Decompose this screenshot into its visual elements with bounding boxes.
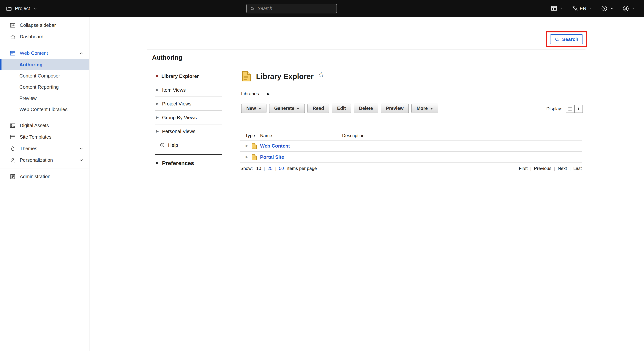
project-menu[interactable]: Project: [0, 0, 44, 17]
sidebar-divider: [0, 117, 89, 117]
new-button[interactable]: New: [241, 104, 266, 113]
library-link[interactable]: Web Content: [260, 143, 290, 149]
portal-switcher-menu[interactable]: [547, 0, 568, 17]
subnav-item-library-explorer[interactable]: Library Explorer: [156, 69, 222, 83]
library-link[interactable]: Portal Site: [260, 154, 284, 160]
chevron-down-icon: [631, 6, 636, 11]
last-page-button[interactable]: Last: [574, 166, 582, 171]
personalization-icon: [10, 157, 16, 163]
sidebar-item-site-templates[interactable]: Site Templates: [0, 131, 89, 143]
sidebar-item-label: Digital Assets: [20, 122, 49, 128]
subnav-item-group-by-views[interactable]: ▶ Group By Views: [156, 111, 222, 124]
next-page-button[interactable]: Next: [558, 166, 567, 171]
topbar: Project E: [0, 0, 644, 17]
subnav-item-item-views[interactable]: ▶ Item Views: [156, 83, 222, 97]
delete-button[interactable]: Delete: [354, 104, 378, 113]
sidebar-subitem-label: Content Composer: [20, 73, 60, 78]
search-button[interactable]: Search: [550, 34, 583, 44]
favorite-star-icon[interactable]: ☆: [318, 70, 324, 79]
sidebar-item-dashboard[interactable]: Dashboard: [0, 31, 89, 42]
first-page-button[interactable]: First: [519, 166, 528, 171]
sidebar-item-label: Themes: [20, 146, 37, 151]
pagination: Show: 10 | 25 | 50 items per page First …: [240, 163, 582, 174]
caret-down-icon: [297, 108, 300, 109]
page-title: Authoring: [152, 54, 182, 62]
expand-triangle-icon: ▶: [156, 88, 159, 92]
sidebar-item-web-content[interactable]: Web Content: [0, 47, 89, 59]
search-button-label: Search: [562, 36, 578, 42]
collapse-sidebar-icon: [10, 22, 16, 28]
subnav-item-label: Project Views: [162, 101, 191, 106]
sidebar-item-label: Personalization: [20, 157, 53, 163]
subnav-item-personal-views[interactable]: ▶ Personal Views: [156, 124, 222, 138]
language-code: EN: [580, 6, 586, 11]
collapse-sidebar-label: Collapse sidebar: [20, 22, 56, 28]
page-size-50[interactable]: 50: [279, 166, 284, 171]
add-view-button[interactable]: +: [574, 105, 582, 112]
chevron-down-icon: [609, 6, 614, 11]
sidebar-item-label: Site Templates: [20, 134, 52, 140]
subnav-item-label: Personal Views: [162, 128, 196, 134]
preferences-label: Preferences: [162, 160, 194, 166]
sidebar-item-administration[interactable]: Administration: [0, 171, 89, 182]
separator: |: [261, 166, 268, 171]
page-size-selector: Show: 10 | 25 | 50 items per page: [240, 166, 317, 171]
display-controls: Display: +: [546, 105, 583, 113]
expand-row-icon[interactable]: ▶: [246, 156, 248, 159]
application-window: Project E: [0, 0, 644, 351]
separator: |: [552, 166, 558, 171]
subnav-item-help[interactable]: Help: [156, 138, 222, 152]
language-menu[interactable]: EN: [568, 0, 597, 17]
sidebar-item-personalization[interactable]: Personalization: [0, 154, 89, 166]
topbar-actions: EN: [547, 0, 644, 17]
page-size-10[interactable]: 10: [256, 166, 261, 171]
site-templates-icon: [10, 134, 16, 140]
sidebar-item-themes[interactable]: Themes: [0, 143, 89, 154]
sidebar-item-digital-assets[interactable]: Digital Assets: [0, 120, 89, 131]
administration-icon: [10, 174, 16, 180]
edit-button[interactable]: Edit: [332, 104, 351, 113]
sidebar-item-content-reporting[interactable]: Content Reporting: [0, 81, 89, 92]
header-divider: [147, 50, 586, 50]
sidebar-item-authoring[interactable]: Authoring: [0, 59, 89, 70]
subnav-item-label: Item Views: [162, 87, 186, 92]
more-button-label: More: [417, 106, 428, 111]
library-explorer-icon: [241, 71, 252, 82]
subnav-item-project-views[interactable]: ▶ Project Views: [156, 97, 222, 111]
translate-icon: [572, 6, 578, 11]
sidebar-item-preview[interactable]: Preview: [0, 92, 89, 104]
collapse-sidebar-button[interactable]: Collapse sidebar: [0, 20, 89, 31]
previous-page-button[interactable]: Previous: [534, 166, 551, 171]
column-header-name: Name: [260, 133, 272, 138]
table-row: ▶ Web Content: [240, 140, 582, 152]
home-icon: [10, 34, 16, 40]
preview-button[interactable]: Preview: [381, 104, 409, 113]
global-search[interactable]: [246, 4, 337, 14]
expand-triangle-icon: ▶: [156, 102, 159, 105]
sidebar-item-web-content-libraries[interactable]: Web Content Libraries: [0, 104, 89, 115]
sidebar-divider: [0, 45, 89, 45]
list-view-button[interactable]: [566, 105, 574, 112]
breadcrumb-libraries[interactable]: Libraries: [241, 91, 259, 96]
display-mode-control: +: [566, 105, 583, 113]
global-search-input[interactable]: [258, 6, 333, 11]
project-folder-icon: [6, 6, 12, 11]
help-menu[interactable]: [598, 0, 618, 17]
subnav-item-label: Help: [168, 142, 178, 148]
expand-row-icon[interactable]: ▶: [246, 144, 248, 148]
search-icon: [555, 37, 560, 42]
sidebar-item-content-composer[interactable]: Content Composer: [0, 70, 89, 81]
generate-button-label: Generate: [274, 106, 294, 111]
breadcrumb-arrow-icon[interactable]: ▶: [267, 92, 270, 96]
chevron-up-icon: [79, 50, 84, 56]
user-menu[interactable]: [619, 0, 640, 17]
separator: |: [567, 166, 573, 171]
read-button[interactable]: Read: [308, 104, 329, 113]
library-doc-icon: [252, 154, 257, 160]
chevron-down-icon: [79, 158, 84, 163]
subnav-item-preferences[interactable]: ▶ Preferences: [156, 155, 222, 171]
display-label: Display:: [546, 106, 562, 112]
generate-button[interactable]: Generate: [269, 104, 305, 113]
more-button[interactable]: More: [412, 104, 438, 113]
page-size-25[interactable]: 25: [268, 166, 272, 171]
